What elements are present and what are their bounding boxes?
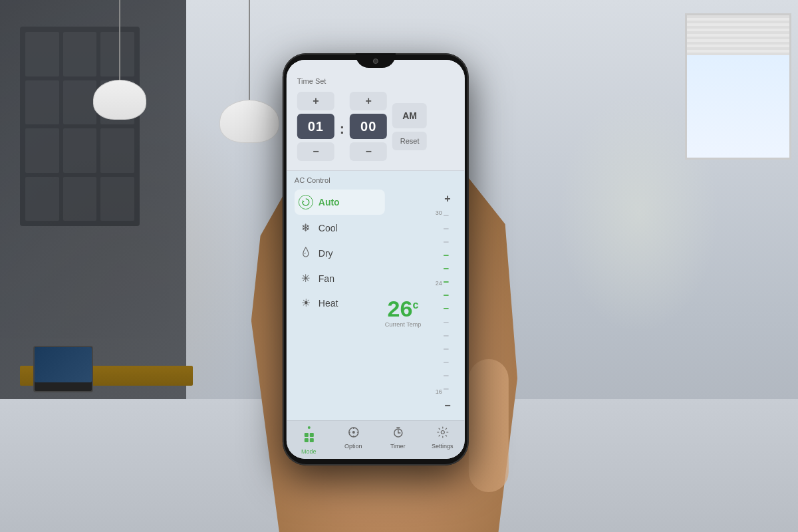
monitor: [33, 346, 93, 392]
timer-nav-icon: [392, 426, 404, 442]
dash: [444, 348, 449, 350]
minutes-column: + 00 −: [350, 92, 387, 161]
dash: [444, 322, 449, 323]
minutes-plus-btn[interactable]: +: [350, 92, 387, 110]
ac-control-label: AC Control: [295, 176, 457, 184]
temp-mid-label: 24: [436, 280, 442, 287]
hours-display: 01: [297, 114, 334, 139]
cool-icon: ❄: [299, 221, 313, 234]
temp-max-label: 30: [436, 209, 442, 216]
mode-cool[interactable]: ❄ Cool: [295, 216, 385, 239]
svg-line-1: [305, 253, 306, 254]
dash-active: [444, 281, 449, 283]
phone-notch: [356, 53, 396, 68]
phone-screen: Time Set + 01 − : + 00 −: [287, 60, 465, 459]
mode-nav-label: Mode: [301, 448, 317, 455]
phone-body: Time Set + 01 − : + 00 −: [283, 53, 469, 466]
minutes-minus-btn[interactable]: −: [350, 142, 387, 161]
shelf-cell: [25, 128, 59, 173]
dash-active: [444, 295, 449, 296]
mode-list: Auto ❄ Cool: [295, 190, 385, 415]
settings-nav-label: Settings: [432, 443, 454, 450]
temp-plus-btn[interactable]: +: [440, 191, 456, 207]
hours-plus-btn[interactable]: +: [297, 92, 334, 110]
window-blinds: [687, 15, 789, 55]
mode-fan[interactable]: ✳ Fan: [295, 267, 385, 290]
shelf-cell: [63, 177, 97, 221]
fan-icon: ✳: [299, 272, 313, 285]
dash: [444, 375, 449, 376]
svg-marker-0: [303, 200, 305, 203]
svg-rect-4: [304, 438, 308, 442]
mode-dry[interactable]: Dry: [295, 241, 385, 265]
dash: [444, 388, 449, 390]
dry-label: Dry: [319, 248, 333, 259]
timer-nav-label: Timer: [390, 443, 406, 450]
temp-min-label: 16: [436, 388, 442, 395]
reset-button[interactable]: Reset: [392, 132, 427, 150]
dash-active: [444, 255, 449, 256]
nav-option[interactable]: Option: [331, 425, 376, 456]
ac-control-section: AC Control Auto: [287, 171, 465, 420]
svg-point-7: [352, 431, 354, 434]
current-temp-value: 26c: [388, 297, 419, 320]
heat-label: Heat: [319, 298, 338, 309]
temp-slider-col: + 30 24 16: [438, 190, 457, 415]
svg-rect-5: [309, 438, 313, 442]
shelf-cell: [25, 177, 59, 221]
shelf-cell: [100, 177, 134, 221]
dash: [444, 228, 449, 229]
nav-mode[interactable]: Mode: [287, 425, 331, 456]
dash-marks: [444, 215, 449, 390]
mode-heat[interactable]: ☀ Heat: [295, 291, 385, 315]
temp-minus-btn[interactable]: −: [440, 398, 456, 414]
svg-point-16: [441, 431, 444, 434]
dash: [444, 335, 449, 336]
dash-active: [444, 268, 449, 269]
temp-area: 26c Current Temp: [385, 190, 438, 415]
lamp-cord: [249, 0, 250, 100]
front-camera: [373, 59, 378, 64]
shelf-cell: [63, 80, 97, 125]
temp-scale: 30 24 16: [438, 209, 457, 395]
active-indicator: [307, 426, 310, 429]
time-controls: + 01 − : + 00 − AM Reset: [297, 92, 454, 161]
shelf-cell: [63, 128, 97, 173]
lamp-1: [93, 0, 146, 120]
shelf-cell: [25, 80, 59, 125]
bottom-nav: Mode Option: [287, 420, 465, 459]
svg-rect-3: [309, 433, 313, 437]
dash-active: [444, 308, 449, 309]
hand-phone-container: Time Set + 01 − : + 00 −: [263, 27, 515, 532]
nav-settings[interactable]: Settings: [420, 425, 465, 456]
ac-content: Auto ❄ Cool: [295, 190, 457, 415]
dash: [444, 362, 449, 363]
minutes-display: 00: [350, 114, 387, 139]
option-nav-icon: [347, 426, 359, 442]
hours-minus-btn[interactable]: −: [297, 142, 334, 161]
auto-icon: [299, 195, 313, 209]
dash: [444, 241, 449, 243]
time-colon: :: [340, 120, 344, 138]
heat-icon: ☀: [299, 297, 313, 309]
dry-icon: [299, 246, 313, 260]
dash: [444, 215, 449, 216]
ampm-display: AM: [392, 103, 427, 128]
shelf-cell: [100, 128, 134, 173]
option-nav-label: Option: [344, 443, 362, 450]
auto-label: Auto: [319, 197, 340, 207]
current-temp-display: 26c Current Temp: [385, 297, 421, 328]
mode-auto[interactable]: Auto: [295, 190, 385, 215]
ampm-reset-column: AM Reset: [392, 103, 427, 150]
mode-nav-icon: [303, 432, 315, 447]
time-set-label: Time Set: [297, 77, 454, 85]
shelf-cell: [25, 32, 59, 76]
fan-label: Fan: [319, 273, 334, 284]
nav-timer[interactable]: Timer: [376, 425, 420, 456]
svg-rect-2: [304, 433, 308, 437]
thumb: [469, 359, 509, 492]
settings-nav-icon: [436, 426, 448, 442]
lamp-shade: [93, 80, 146, 120]
temp-unit: c: [412, 299, 418, 310]
hours-column: + 01 −: [297, 92, 334, 161]
